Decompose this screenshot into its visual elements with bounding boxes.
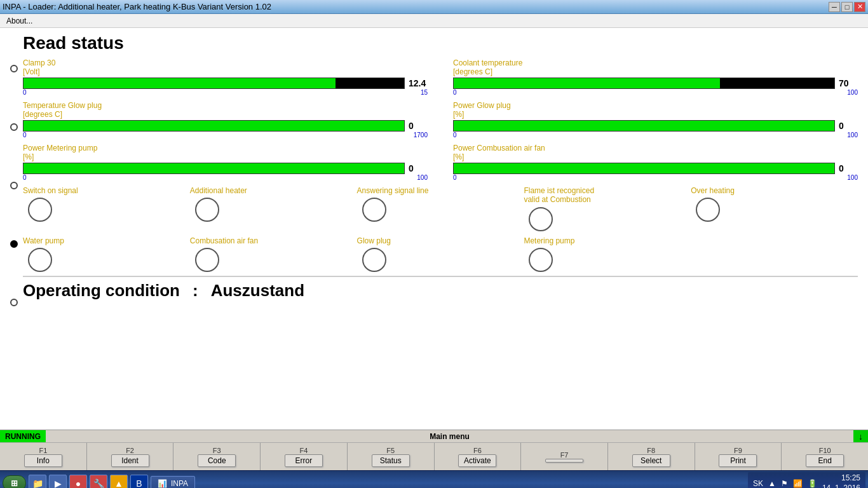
metering-pump-circle: [529, 248, 553, 272]
powercombustion-bar-outer: [453, 163, 835, 174]
glow-plug-circle: [362, 248, 386, 272]
operating-colon: :: [193, 281, 198, 301]
powermetering-unit: [%]: [23, 152, 428, 161]
coolant-bar-inner: [454, 78, 720, 88]
coolant-scale-min: 0: [453, 89, 457, 96]
fkey-f6-button[interactable]: Activate: [458, 454, 496, 467]
fkey-f5: F5 Status: [348, 443, 435, 470]
fkey-f1: F1 Info: [0, 443, 87, 470]
taskbar-icon-chrome[interactable]: ●: [69, 475, 87, 489]
start-button[interactable]: ⊞: [3, 475, 26, 488]
powermetering-scale-max: 100: [417, 174, 428, 181]
taskbar-icon-vlc[interactable]: ▲: [110, 475, 128, 489]
switch-on-circle: [28, 198, 52, 222]
clamp30-meter: Clamp 30 [Volt] 12.4 0 15: [23, 58, 428, 96]
tray-wifi-icon: 📶: [793, 479, 803, 488]
taskbar-icon-ccleaner[interactable]: 🔧: [90, 475, 107, 489]
water-pump-circle: [28, 248, 52, 272]
powercombustion-scale-min: 0: [453, 174, 457, 181]
operating-row: Operating condition : Auszustand: [23, 276, 858, 301]
minimize-button[interactable]: ─: [829, 2, 840, 12]
running-status: RUNNING: [0, 430, 46, 442]
taskbar-icon-bmw[interactable]: B: [130, 475, 148, 489]
comb-air-label: Combusation air fan: [190, 236, 258, 245]
switch-on-label: Switch on signal: [23, 186, 78, 195]
coolant-value: 70: [839, 78, 858, 88]
clamp30-scale-max: 15: [421, 89, 428, 96]
page-title: Read status: [23, 33, 858, 53]
fkey-f3: F3 Code: [173, 443, 261, 470]
fkey-f2-button[interactable]: Ident: [111, 454, 149, 467]
clamp30-value: 12.4: [409, 78, 428, 88]
comb-air-circle: [195, 248, 219, 272]
tray-flag-icon: ⚑: [781, 479, 788, 488]
clamp30-bar-outer: [23, 78, 405, 89]
taskbar-active-app[interactable]: 📊 INPA: [151, 476, 195, 489]
powercombustion-meter: Power Combusation air fan [%] 0 0 100: [453, 144, 858, 181]
powerglow-bar-inner: [454, 121, 834, 131]
fkey-f10-button[interactable]: End: [806, 454, 844, 467]
tempglow-bar-container: 0: [23, 120, 428, 132]
taskbar-icon-media[interactable]: ▶: [49, 475, 67, 489]
coolant-meter: Coolant temperature [degrees C] 70 0 100: [453, 58, 858, 96]
comb-air-indicator: Combusation air fan: [190, 236, 357, 272]
add-heater-circle: [195, 198, 219, 222]
close-button[interactable]: ✕: [854, 2, 865, 12]
menu-about[interactable]: About...: [3, 15, 36, 27]
tempglow-value: 0: [409, 121, 428, 131]
powerglow-value: 0: [839, 121, 858, 131]
tempglow-scale: 0 1700: [23, 132, 428, 139]
powermetering-bar-inner: [24, 163, 404, 173]
fkey-f1-button[interactable]: Info: [24, 454, 62, 467]
answer-sig-label: Answering signal line: [357, 186, 429, 195]
maximize-button[interactable]: □: [841, 2, 853, 12]
add-heater-label: Additional heater: [190, 186, 247, 195]
fkey-f4: F4 Error: [261, 443, 348, 470]
powermetering-scale-min: 0: [23, 174, 27, 181]
fkeybar: F1 Info F2 Ident F3 Code F4 Error F5 Sta…: [0, 442, 868, 470]
meters-row-1: Clamp 30 [Volt] 12.4 0 15 Coola: [23, 58, 858, 96]
operating-value: Auszustand: [211, 281, 304, 301]
fkey-f3-button[interactable]: Code: [198, 454, 236, 467]
fkey-f4-button[interactable]: Error: [285, 454, 323, 467]
titlebar: INPA - Loader: Additional heater, Park h…: [0, 0, 868, 14]
metering-pump-label: Metering pump: [524, 236, 574, 245]
taskbar-tray: SK ▲ ⚑ 📶 🔋 15:25 14. 1. 2016: [748, 472, 865, 488]
over-heat-indicator: Over heating: [691, 186, 858, 231]
fkey-f3-label: F3: [213, 447, 221, 454]
tempglow-scale-min: 0: [23, 132, 27, 139]
tray-battery-icon: 🔋: [808, 479, 817, 488]
powercombustion-label: Power Combusation air fan: [453, 144, 858, 152]
taskbar-app-label: INPA: [171, 479, 188, 488]
coolant-scale: 0 100: [453, 89, 858, 96]
meters-row-2: Temperature Glow plug [degrees C] 0 0 17…: [23, 101, 858, 139]
flame-rec-circle: [529, 207, 553, 231]
fkey-f2-label: F2: [126, 447, 134, 454]
fkey-f7: F7: [521, 443, 608, 470]
fkey-f7-button[interactable]: [545, 459, 583, 463]
clamp30-scale: 0 15: [23, 89, 428, 96]
fkey-f2: F2 Ident: [87, 443, 174, 470]
powerglow-scale-max: 100: [847, 132, 858, 139]
empty-indicator-5: [691, 236, 858, 272]
taskbar-icon-explorer[interactable]: 📁: [29, 475, 46, 489]
powermetering-bar-outer: [23, 163, 405, 174]
powerglow-meter: Power Glow plug [%] 0 0 100: [453, 101, 858, 139]
powerglow-bar-outer: [453, 120, 835, 132]
fkey-f9: F9 Print: [695, 443, 782, 470]
taskbar-app-icon: 📊: [158, 479, 167, 488]
fkey-f8-button[interactable]: Select: [632, 454, 670, 467]
fkey-f10-label: F10: [819, 447, 831, 454]
powermetering-bar-container: 0: [23, 163, 428, 174]
fkey-f9-button[interactable]: Print: [719, 454, 757, 467]
tray-date: 14. 1. 2016: [822, 484, 860, 489]
powercombustion-scale-max: 100: [847, 174, 858, 181]
scroll-down-arrow[interactable]: ↓: [853, 430, 868, 442]
glow-plug-indicator: Glow plug: [357, 236, 524, 272]
tray-network-icon: ▲: [768, 479, 776, 488]
clamp30-bar-container: 12.4: [23, 78, 428, 89]
fkey-f6-label: F6: [473, 447, 482, 454]
content-area: Read status Clamp 30 [Volt] 12.4 0 15: [23, 33, 858, 357]
powermetering-label: Power Metering pump: [23, 144, 428, 152]
fkey-f5-button[interactable]: Status: [372, 454, 410, 467]
